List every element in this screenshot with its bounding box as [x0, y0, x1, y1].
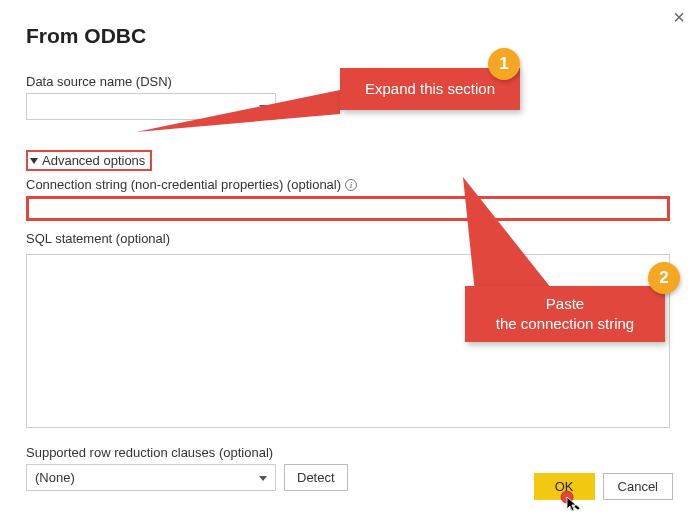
- row-reduction-select[interactable]: (None): [26, 464, 276, 491]
- advanced-options-label: Advanced options: [42, 153, 145, 168]
- row-reduction-label: Supported row reduction clauses (optiona…: [26, 445, 673, 460]
- sql-statement-label: SQL statement (optional): [26, 231, 673, 246]
- connection-string-label: Connection string (non-credential proper…: [26, 177, 341, 192]
- annotation-badge-1: 1: [488, 48, 520, 80]
- annotation-badge-2: 2: [648, 262, 680, 294]
- advanced-options-toggle[interactable]: Advanced options: [26, 150, 152, 171]
- callout-paste-line1: Paste: [496, 294, 634, 314]
- chevron-down-icon: [30, 158, 38, 164]
- callout-paste: Paste the connection string: [465, 286, 665, 342]
- info-icon[interactable]: i: [345, 179, 357, 191]
- detect-button[interactable]: Detect: [284, 464, 348, 491]
- callout-expand-text: Expand this section: [365, 79, 495, 99]
- connection-string-input[interactable]: [26, 196, 670, 221]
- dsn-select[interactable]: [26, 93, 276, 120]
- close-icon[interactable]: ×: [673, 6, 685, 29]
- cancel-button[interactable]: Cancel: [603, 473, 673, 500]
- cursor-icon: [560, 490, 580, 512]
- callout-paste-line2: the connection string: [496, 314, 634, 334]
- page-title: From ODBC: [26, 24, 673, 48]
- row-reduction-value: (None): [35, 470, 75, 485]
